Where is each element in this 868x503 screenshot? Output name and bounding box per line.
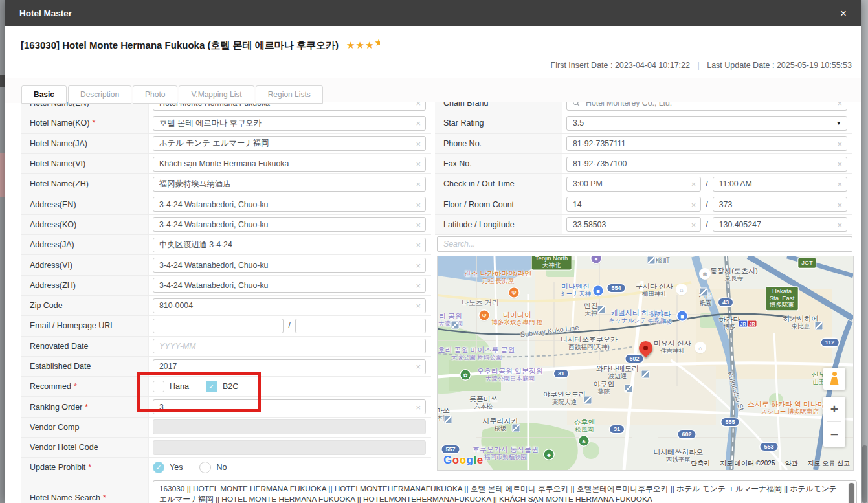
clear-icon[interactable]: × bbox=[416, 160, 421, 168]
clear-icon[interactable]: × bbox=[837, 102, 842, 107]
radio-no[interactable] bbox=[199, 462, 211, 473]
clear-icon[interactable]: × bbox=[416, 403, 421, 411]
scrollbar-thumb[interactable] bbox=[849, 483, 854, 503]
form-column-left: Hotel Name(EN)×Hotel Name(KO)*×Hotel Nam… bbox=[21, 102, 431, 478]
address-ko-input[interactable] bbox=[153, 217, 426, 232]
latitude-longitude-input[interactable] bbox=[566, 217, 701, 232]
email-homepage-url-input[interactable] bbox=[295, 319, 426, 333]
clear-icon[interactable]: × bbox=[837, 200, 842, 208]
map-report-error-link[interactable]: 지도 오류 신고 bbox=[807, 459, 850, 468]
address-ja-input[interactable] bbox=[153, 238, 426, 252]
form-row-hotel-name-en: Hotel Name(EN)× bbox=[21, 102, 431, 113]
clear-icon[interactable]: × bbox=[416, 200, 421, 208]
poi-park-icon[interactable]: ♣ bbox=[579, 436, 589, 446]
required-asterisk: * bbox=[85, 403, 88, 412]
fax-no-input[interactable] bbox=[566, 157, 847, 172]
background-strip-right bbox=[861, 0, 868, 503]
address-zh-input[interactable] bbox=[153, 278, 426, 293]
input-wrap: × bbox=[153, 238, 426, 252]
field-label: Phone No. bbox=[435, 134, 562, 153]
phone-no-input[interactable] bbox=[566, 136, 847, 151]
clear-icon[interactable]: × bbox=[416, 281, 421, 289]
background-fragment-red bbox=[0, 153, 5, 197]
poi-restaurant-icon[interactable]: Ψ bbox=[509, 288, 519, 298]
vendor-comp-input bbox=[153, 419, 426, 434]
google-logo[interactable]: Google bbox=[443, 454, 484, 467]
hotel-name-zh-input[interactable] bbox=[153, 177, 426, 192]
field-label-text: Recommed bbox=[30, 382, 71, 391]
clear-icon[interactable]: × bbox=[691, 180, 696, 188]
address-vi-input[interactable] bbox=[153, 258, 426, 273]
poi-shopping-icon[interactable]: ■ bbox=[594, 286, 603, 296]
map-shortcuts-link[interactable]: 단축키 bbox=[691, 459, 710, 468]
email-homepage-url-input[interactable] bbox=[153, 319, 284, 333]
map-canvas[interactable]: + − Google 단축키지도 데이터 ©2025약관지도 오류 신고 간소 … bbox=[437, 256, 854, 471]
clear-icon[interactable]: × bbox=[837, 139, 842, 148]
poi-temple-icon[interactable]: ☸ bbox=[700, 269, 710, 279]
latitude-longitude-input[interactable] bbox=[713, 217, 847, 232]
input-wrap: ▼ bbox=[566, 116, 847, 131]
hotel-name-ko-input[interactable] bbox=[153, 116, 426, 131]
star-rating-input[interactable] bbox=[566, 116, 847, 131]
clear-icon[interactable]: × bbox=[691, 200, 696, 208]
map-search-input[interactable] bbox=[437, 236, 852, 252]
chain-brand-input[interactable] bbox=[566, 102, 847, 111]
tab-description[interactable]: Description bbox=[68, 85, 131, 104]
clear-icon[interactable]: × bbox=[416, 180, 421, 188]
zoom-out-button[interactable]: − bbox=[823, 422, 845, 447]
radio-yes[interactable]: ✓ bbox=[153, 462, 164, 473]
map-label-text: 롯폰마쓰 bbox=[469, 395, 498, 403]
check-in-out-time-input[interactable] bbox=[713, 177, 847, 192]
map-label-subtext: 博多水炊き專門 橙 bbox=[492, 319, 543, 326]
clear-icon[interactable]: × bbox=[416, 261, 421, 269]
clear-icon[interactable]: × bbox=[416, 139, 421, 148]
floor-room-count-input[interactable] bbox=[566, 197, 701, 212]
clear-icon[interactable]: × bbox=[416, 119, 421, 128]
textarea-scrollbar[interactable] bbox=[848, 482, 855, 503]
poi-restaurant-icon[interactable]: Ψ bbox=[480, 311, 489, 320]
check-in-out-time-input[interactable] bbox=[566, 177, 701, 192]
page-scrollbar-thumb[interactable] bbox=[862, 445, 867, 503]
clear-icon[interactable]: × bbox=[837, 180, 842, 188]
zoom-in-button[interactable]: + bbox=[823, 397, 845, 421]
form-area: Hotel Name(EN)×Hotel Name(KO)*×Hotel Nam… bbox=[21, 102, 861, 503]
renovated-date-input[interactable] bbox=[153, 339, 426, 353]
floor-room-count-input[interactable] bbox=[713, 197, 847, 212]
close-icon[interactable]: × bbox=[840, 8, 847, 19]
clear-icon[interactable]: × bbox=[416, 102, 421, 107]
map-label: 히가시히에東比恵 bbox=[783, 315, 819, 330]
poi-shrine-icon[interactable]: ⌂ bbox=[677, 285, 687, 295]
field-label-text: Hotel Name(VI) bbox=[30, 159, 85, 168]
clear-icon[interactable]: × bbox=[416, 363, 421, 371]
address-en-input[interactable] bbox=[153, 197, 426, 212]
tab-photo[interactable]: Photo bbox=[133, 85, 177, 104]
poi-garden-icon[interactable]: ✿ bbox=[461, 370, 471, 380]
form-row-floor-room-count: Floor / Room Count×/× bbox=[435, 194, 852, 214]
clear-icon[interactable]: × bbox=[691, 220, 696, 229]
clear-icon[interactable]: × bbox=[416, 220, 421, 229]
clear-icon[interactable]: × bbox=[416, 241, 421, 249]
pegman-control[interactable] bbox=[823, 368, 845, 390]
clear-icon[interactable]: × bbox=[837, 220, 842, 229]
hotel-name-search-textarea[interactable]: 163030 || HOTEL MONTE HERMANA FUKUOKA ||… bbox=[153, 480, 857, 503]
poi-shrine-icon[interactable]: ⌂ bbox=[696, 343, 706, 353]
field-label-text: Zip Code bbox=[30, 301, 63, 310]
road-badge: 112 bbox=[821, 339, 839, 346]
map-terms-link[interactable]: 약관 bbox=[785, 459, 797, 468]
field-label-text: Vendor Comp bbox=[30, 423, 79, 432]
dropdown-caret-icon[interactable]: ▼ bbox=[836, 120, 841, 126]
field-label: Recommed* bbox=[21, 377, 149, 396]
hotel-name-vi-input[interactable] bbox=[153, 157, 426, 172]
tab-v-mapping-list[interactable]: V.Mapping List bbox=[179, 85, 254, 104]
map-label-text: 미요시 신사 bbox=[654, 339, 691, 347]
clear-icon[interactable]: × bbox=[837, 160, 842, 168]
tab-region-lists[interactable]: Region Lists bbox=[256, 85, 323, 104]
star-rating-display: ★★★★ bbox=[346, 39, 380, 50]
zip-code-input[interactable] bbox=[153, 298, 426, 313]
poi-shopping-icon[interactable]: ■ bbox=[678, 311, 687, 321]
hotel-name-ja-input[interactable] bbox=[153, 136, 426, 151]
tab-basic[interactable]: Basic bbox=[21, 85, 67, 104]
poi-zoo-icon[interactable]: ♣ bbox=[544, 450, 554, 460]
input-wrap: × bbox=[153, 136, 426, 151]
clear-icon[interactable]: × bbox=[416, 302, 421, 310]
